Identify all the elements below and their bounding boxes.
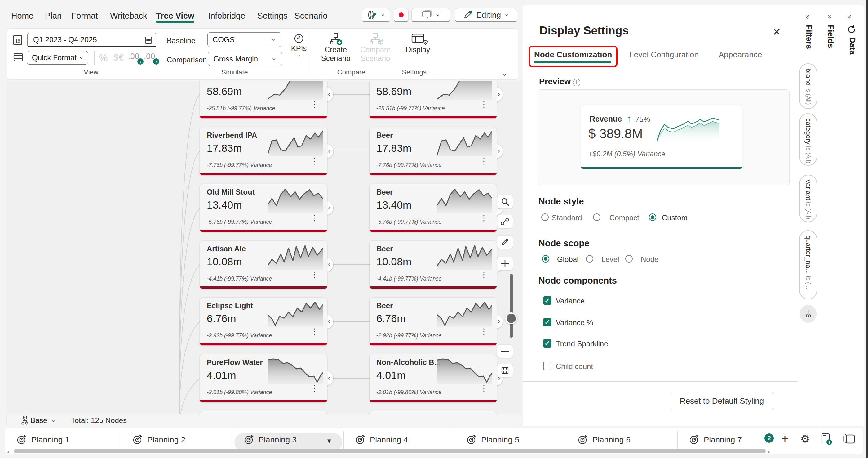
menu-item-home[interactable]: Home: [11, 11, 33, 21]
canvas-edit-button[interactable]: [497, 235, 513, 249]
node-menu-kebab[interactable]: ⋮: [480, 330, 488, 333]
copy-pages-button[interactable]: [843, 433, 857, 446]
node-menu-kebab[interactable]: ⋮: [480, 160, 488, 163]
node-menu-kebab[interactable]: ⋮: [310, 160, 318, 163]
create-scenario-button[interactable]: CreateScenario: [317, 32, 354, 66]
close-panel-button[interactable]: ✕: [773, 26, 784, 37]
zoom-slider-track[interactable]: [509, 274, 513, 338]
menu-item-tree-view[interactable]: Tree View: [156, 11, 194, 21]
scroll-right-arrow[interactable]: ▸: [768, 449, 773, 454]
node-menu-kebab[interactable]: ⋮: [480, 216, 488, 219]
canvas-connections-button[interactable]: [497, 215, 513, 228]
zoom-in-button[interactable]: [497, 257, 513, 270]
more-filters-badge[interactable]: +3: [800, 305, 816, 323]
fit-to-screen-button[interactable]: [497, 364, 513, 377]
tab-label-planning-7[interactable]: Planning 7: [704, 435, 742, 445]
ribbon-group-compare-label: Compare: [337, 68, 365, 76]
radio-node-scope-node[interactable]: [625, 255, 633, 262]
checkbox-variance-[interactable]: ✓: [543, 318, 552, 326]
horizontal-scrollbar[interactable]: [14, 449, 766, 453]
menu-item-plan[interactable]: Plan: [45, 11, 62, 21]
node-card-left-1[interactable]: Riverbend IPA17.83m-7.76b (-99.77%) Vari…: [200, 127, 327, 175]
comparison-dropdown[interactable]: Gross Margin⌄: [208, 52, 282, 66]
tab-label-planning-1[interactable]: Planning 1: [31, 435, 69, 445]
ribbon-collapse-chevron[interactable]: ⌄: [502, 69, 511, 77]
node-menu-kebab[interactable]: ⋮: [480, 273, 488, 276]
quick-format-dropdown[interactable]: Quick Format⌄: [27, 51, 88, 64]
decrease-decimal-button[interactable]: .00‹: [128, 52, 142, 64]
radio-node-style-standard[interactable]: [541, 213, 549, 221]
node-card-right-0[interactable]: 58.69m-25.51b (-99.77%) Variance⋮: [370, 81, 497, 118]
add-tab-button[interactable]: +: [779, 432, 791, 446]
panel-tab-appearance[interactable]: Appearance: [719, 50, 762, 60]
increase-decimal-button[interactable]: .00›: [144, 52, 158, 64]
zoom-slider-handle[interactable]: [505, 312, 517, 324]
checkbox-variance[interactable]: ✓: [543, 296, 552, 305]
collapse-strip-chevron[interactable]: «: [844, 15, 853, 19]
node-card-left-0[interactable]: 58.69m-25.51b (-99.77%) Variance⋮: [200, 81, 327, 118]
collapse-strip-chevron[interactable]: «: [803, 15, 811, 19]
kpis-button[interactable]: KPIs⌄: [288, 34, 310, 62]
filter-pill-category[interactable]: categoryis (All): [799, 113, 817, 166]
display-settings-button[interactable]: ⚙Display: [404, 32, 432, 66]
quick-layout-icon[interactable]: [13, 52, 24, 63]
scroll-left-arrow[interactable]: ◂: [7, 449, 11, 454]
add-report-page-button[interactable]: [820, 433, 833, 446]
node-card-left-5[interactable]: PureFlow Water4.01m-2.01b (-99.80%) Vari…: [200, 354, 327, 402]
collapse-strip-chevron[interactable]: «: [825, 15, 834, 19]
checkbox-trend-sparkline[interactable]: ✓: [543, 339, 552, 347]
tab-label-planning-6[interactable]: Planning 6: [592, 435, 630, 445]
node-card-right-2[interactable]: Beer13.40m-5.76b (-99.77%) Variance⋮: [370, 184, 497, 232]
filter-pill-quarter-na-[interactable]: quarter_na...is (...: [799, 230, 817, 299]
tab-label-planning-5[interactable]: Planning 5: [481, 435, 519, 445]
menu-item-writeback[interactable]: Writeback: [110, 11, 147, 21]
tab-label-planning-4[interactable]: Planning 4: [370, 435, 408, 445]
node-card-right-3[interactable]: Beer10.08m-4.41b (-99.77%) Variance⋮: [370, 241, 497, 289]
tab-label-planning-2[interactable]: Planning 2: [147, 435, 185, 445]
node-card-right-4[interactable]: Beer6.76m-2.92b (-99.77%) Variance⋮: [370, 297, 497, 345]
node-menu-kebab[interactable]: ⋮: [310, 103, 318, 106]
node-menu-kebab[interactable]: ⋮: [310, 387, 318, 390]
node-card-left-4[interactable]: Eclipse Light6.76m-2.92b (-99.77%) Varia…: [200, 297, 327, 345]
node-sparkline: [268, 187, 323, 213]
node-variance: -4.41b (-99.77%) Variance: [376, 276, 441, 282]
tab-label-planning-3[interactable]: Planning 3: [258, 435, 297, 445]
menu-item-format[interactable]: Format: [71, 11, 98, 21]
settings-gear-button[interactable]: ⚙: [799, 433, 812, 446]
menu-item-infobridge[interactable]: Infobridge: [208, 11, 245, 21]
radio-node-scope-global[interactable]: [542, 255, 549, 262]
node-card-right-1[interactable]: Beer17.83m-7.76b (-99.77%) Variance⋮: [370, 127, 497, 175]
node-menu-kebab[interactable]: ⋮: [310, 273, 318, 276]
checkbox-child-count[interactable]: [543, 362, 552, 370]
baseline-dropdown[interactable]: COGS⌄: [207, 32, 281, 47]
record-indicator-button[interactable]: [394, 8, 409, 22]
node-card-left-2[interactable]: Old Mill Stout13.40m-5.76b (-99.77%) Var…: [200, 184, 327, 232]
base-dropdown-chevron[interactable]: ⌄: [51, 416, 58, 424]
reset-default-styling-button[interactable]: Reset to Default Styling: [670, 392, 774, 410]
node-menu-kebab[interactable]: ⋮: [310, 216, 318, 219]
zoom-out-button[interactable]: [497, 344, 513, 358]
filter-pill-variant[interactable]: variantis (All): [799, 175, 817, 222]
node-card-left-3[interactable]: Artisan Ale10.08m-4.41b (-99.77%) Varian…: [200, 241, 327, 289]
editing-mode-button[interactable]: Editing⌄: [455, 8, 517, 22]
node-card-right-6[interactable]: [370, 411, 497, 414]
node-menu-kebab[interactable]: ⋮: [480, 387, 488, 390]
menu-item-scenario[interactable]: Scenario: [294, 11, 328, 21]
node-card-left-6[interactable]: [200, 411, 327, 414]
node-menu-kebab[interactable]: ⋮: [480, 103, 488, 106]
selected-tab-dropdown[interactable]: ▼: [326, 437, 335, 447]
radio-node-scope-level[interactable]: [586, 255, 593, 262]
simulation-mode-button[interactable]: ⌄: [362, 8, 390, 22]
menu-item-settings[interactable]: Settings: [257, 11, 288, 21]
filter-pill-brand[interactable]: brandis (All): [799, 63, 817, 109]
comments-button[interactable]: ⌄: [411, 8, 450, 22]
date-range-input[interactable]: Q1 2023 - Q4 2025: [27, 33, 156, 47]
node-card-right-5[interactable]: Non-Alcoholic B...4.01m-2.01b (-99.80%) …: [370, 354, 497, 402]
radio-node-style-custom[interactable]: [649, 213, 656, 221]
date-picker-icon[interactable]: 18: [12, 34, 23, 46]
tree-canvas[interactable]: 58.69m-25.51b (-99.77%) Variance⋮Riverbe…: [6, 81, 522, 414]
canvas-search-button[interactable]: [497, 195, 513, 208]
radio-node-style-compact[interactable]: [593, 213, 600, 221]
panel-tab-level-configuration[interactable]: Level Configuration: [629, 50, 699, 60]
node-menu-kebab[interactable]: ⋮: [310, 330, 318, 333]
